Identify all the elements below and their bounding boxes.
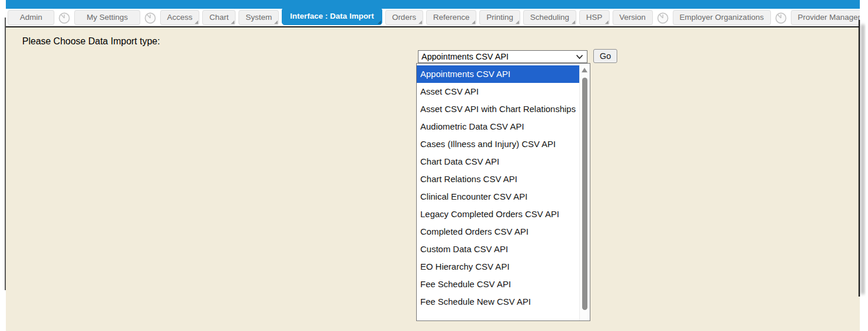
list-scrollbar[interactable] (579, 64, 590, 320)
tab-label: My Settings (87, 13, 128, 22)
scrollbar-thumb[interactable] (582, 78, 587, 310)
menu-corner-triangle-icon (274, 20, 278, 24)
dropdown-option[interactable]: Asset CSV API (417, 83, 579, 100)
data-import-page: Please Choose Data Import type: Appointm… (6, 27, 860, 331)
dropdown-option[interactable]: Asset CSV API with Chart Relationships (417, 100, 579, 118)
tab-label: Version (620, 13, 646, 22)
tab-strip: Admin My Settings Access Chart System In… (6, 0, 860, 27)
dropdown-option[interactable]: Custom Data CSV API (417, 241, 579, 258)
tab-hsp[interactable]: HSP (579, 10, 610, 25)
tab-chart[interactable]: Chart (202, 10, 236, 25)
menu-corner-triangle-icon (572, 20, 575, 24)
triangle-up-icon[interactable] (582, 68, 587, 72)
tab-label: Reference (433, 13, 469, 22)
tab-version[interactable]: Version (613, 10, 653, 25)
tab-label: Access (167, 13, 193, 22)
dropdown-option[interactable]: EO Hierarchy CSV API (417, 258, 579, 276)
menu-corner-triangle-icon (378, 20, 381, 24)
dropdown-option[interactable]: Fee Schedule New CSV API (417, 293, 579, 311)
tab-interface-data-import[interactable]: Interface : Data Import (282, 8, 382, 25)
tab-label: Employer Organizations (680, 13, 764, 22)
menu-corner-triangle-icon (195, 20, 198, 24)
menu-corner-triangle-icon (516, 20, 519, 24)
tab-label: Chart (209, 13, 229, 22)
tab-reference[interactable]: Reference (426, 10, 476, 25)
clock-icon (144, 12, 157, 25)
tab-row: Admin My Settings Access Chart System In… (8, 5, 860, 25)
tab-label: Admin (20, 13, 42, 22)
tab-admin[interactable]: Admin (8, 10, 54, 25)
dropdown-option[interactable]: Fee Schedule CSV API (417, 276, 579, 293)
dropdown-option[interactable]: Chart Relations CSV API (417, 170, 579, 188)
menu-corner-triangle-icon (605, 20, 608, 24)
tab-printing[interactable]: Printing (479, 10, 520, 25)
tab-provider-management[interactable]: Provider Management (791, 10, 860, 25)
data-import-type-option-list: Appointments CSV API Asset CSV API Asset… (416, 63, 590, 321)
menu-corner-triangle-icon (472, 20, 475, 24)
tab-label: System (245, 13, 272, 22)
tab-label: Scheduling (530, 13, 569, 22)
tab-label: HSP (586, 13, 603, 22)
tab-orders[interactable]: Orders (385, 10, 423, 25)
menu-corner-triangle-icon (419, 20, 422, 24)
application-window: Admin My Settings Access Chart System In… (6, 0, 860, 331)
clock-icon (656, 12, 669, 25)
clock-icon (774, 12, 787, 25)
tab-my-settings[interactable]: My Settings (74, 10, 140, 25)
dropdown-option[interactable]: Cases (Illness and Injury) CSV API (417, 135, 579, 153)
dropdown-option[interactable]: Audiometric Data CSV API (417, 118, 579, 135)
go-button[interactable]: Go (593, 49, 617, 63)
dropdown-option[interactable]: Completed Orders CSV API (417, 223, 579, 241)
menu-corner-triangle-icon (231, 20, 234, 24)
dropdown-option[interactable]: Appointments CSV API (417, 65, 579, 83)
tab-label: Orders (392, 13, 416, 22)
dropdown-option[interactable]: Clinical Encounter CSV API (417, 188, 579, 205)
tab-label: Printing (486, 13, 513, 22)
clock-icon (58, 12, 71, 25)
chevron-down-icon (576, 54, 583, 60)
tab-scheduling[interactable]: Scheduling (523, 10, 576, 25)
tab-access[interactable]: Access (160, 10, 200, 25)
tab-system[interactable]: System (238, 10, 279, 25)
dropdown-option[interactable]: Chart Data CSV API (417, 153, 579, 170)
dropdown-option[interactable]: Legacy Completed Orders CSV API (417, 205, 579, 223)
tab-label: Provider Management (798, 13, 860, 22)
prompt-label: Please Choose Data Import type: (22, 36, 160, 47)
tab-employer-organizations[interactable]: Employer Organizations (673, 10, 771, 25)
select-value: Appointments CSV API (421, 52, 576, 61)
data-import-type-select[interactable]: Appointments CSV API (418, 50, 587, 63)
tab-label: Interface : Data Import (290, 12, 374, 20)
